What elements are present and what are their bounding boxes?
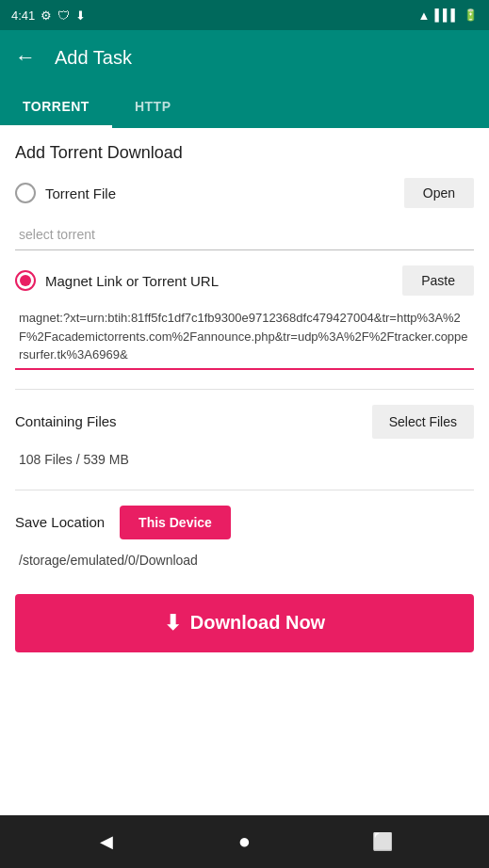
download-now-label: Download Now xyxy=(190,612,325,634)
status-right: ▲ ▌▌▌ 🔋 xyxy=(418,8,478,23)
download-status-icon: ⬇ xyxy=(75,8,86,23)
divider-2 xyxy=(15,490,474,490)
containing-files-row: Containing Files Select Files xyxy=(15,405,474,439)
magnet-link-option[interactable]: Magnet Link or Torrent URL xyxy=(15,270,219,291)
nav-home-button[interactable] xyxy=(225,823,263,860)
open-button[interactable]: Open xyxy=(404,178,474,208)
app-bar-title: Add Task xyxy=(55,47,132,69)
settings-icon: ⚙ xyxy=(41,8,52,23)
content-area: Add Torrent Download Torrent File Open s… xyxy=(0,128,489,815)
torrent-file-label: Torrent File xyxy=(45,185,116,201)
magnet-link-label: Magnet Link or Torrent URL xyxy=(45,273,219,289)
magnet-text-field[interactable]: magnet:?xt=urn:btih:81ff5fc1df7c1fb9300e… xyxy=(15,305,474,370)
select-torrent-input[interactable]: select torrent xyxy=(15,219,474,250)
tab-torrent[interactable]: TORRENT xyxy=(0,85,112,128)
status-bar: 4:41 ⚙ 🛡 ⬇ ▲ ▌▌▌ 🔋 xyxy=(0,0,489,30)
wifi-icon: ▲ xyxy=(418,8,431,23)
paste-button[interactable]: Paste xyxy=(402,265,474,296)
save-location-label: Save Location xyxy=(15,514,105,530)
save-path: /storage/emulated/0/Download xyxy=(15,549,474,571)
back-button[interactable]: ← xyxy=(15,45,36,70)
torrent-file-radio[interactable] xyxy=(15,183,36,203)
this-device-button[interactable]: This Device xyxy=(120,506,231,539)
torrent-file-option[interactable]: Torrent File xyxy=(15,183,116,203)
bottom-nav xyxy=(0,815,489,868)
battery-icon: 🔋 xyxy=(464,8,478,22)
status-time: 4:41 xyxy=(11,8,35,23)
select-files-button[interactable]: Select Files xyxy=(372,405,474,439)
section-title: Add Torrent Download xyxy=(15,143,474,163)
download-icon: ⬇ xyxy=(164,611,181,635)
tab-http[interactable]: HTTP xyxy=(112,85,194,128)
nav-recent-button[interactable] xyxy=(364,823,401,860)
magnet-link-row: Magnet Link or Torrent URL Paste xyxy=(15,265,474,296)
magnet-link-radio[interactable] xyxy=(15,270,36,291)
tab-bar: TORRENT HTTP xyxy=(0,85,489,128)
containing-files-label: Containing Files xyxy=(15,413,117,429)
shield-icon: 🛡 xyxy=(57,8,70,23)
torrent-file-row: Torrent File Open xyxy=(15,178,474,208)
status-left: 4:41 ⚙ 🛡 ⬇ xyxy=(11,8,86,23)
divider-1 xyxy=(15,389,474,390)
nav-back-button[interactable] xyxy=(88,823,125,860)
radio-inner-dot xyxy=(20,275,31,286)
signal-icon: ▌▌▌ xyxy=(434,8,459,22)
download-now-button[interactable]: ⬇ Download Now xyxy=(15,594,474,652)
app-bar: ← Add Task xyxy=(0,30,489,85)
file-count: 108 Files / 539 MB xyxy=(15,448,474,471)
save-location-row: Save Location This Device xyxy=(15,506,474,539)
